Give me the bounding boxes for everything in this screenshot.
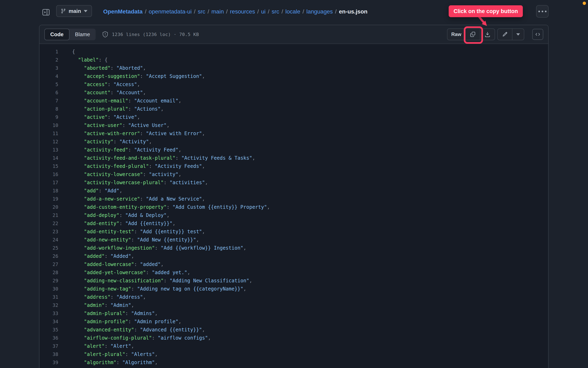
raw-button[interactable]: Raw (447, 29, 465, 40)
line-number[interactable]: 21 (39, 211, 58, 219)
line-number[interactable]: 19 (39, 195, 58, 203)
line-number[interactable]: 13 (39, 146, 58, 154)
line-number[interactable]: 32 (39, 301, 58, 309)
breadcrumb-path-link-4[interactable]: ui (261, 8, 266, 15)
line-number[interactable]: 16 (39, 170, 58, 178)
line-number[interactable]: 7 (39, 97, 58, 105)
line-number[interactable]: 31 (39, 293, 58, 301)
line-number[interactable]: 4 (39, 72, 58, 80)
line-number[interactable]: 34 (39, 318, 58, 326)
line-number[interactable]: 12 (39, 138, 58, 146)
line-number[interactable]: 10 (39, 121, 58, 129)
breadcrumb-path-link-1[interactable]: src (198, 8, 205, 15)
line-number[interactable]: 40 (39, 367, 58, 368)
line-number[interactable]: 14 (39, 154, 58, 162)
line-number[interactable]: 9 (39, 113, 58, 121)
line-number[interactable]: 38 (39, 350, 58, 359)
code-text: "admin-profile": "Admin profile", (72, 318, 181, 326)
code-text: "action-plural": "Actions", (72, 105, 164, 113)
edit-file-button[interactable] (498, 29, 512, 40)
line-number[interactable]: 24 (39, 236, 58, 244)
file-view-panel: Code Blame 1236 lines (1236 loc) · 70.5 … (39, 25, 549, 368)
tab-code[interactable]: Code (44, 29, 70, 40)
line-number[interactable]: 18 (39, 187, 58, 195)
line-number[interactable]: 15 (39, 162, 58, 170)
line-number[interactable]: 1 (39, 48, 58, 56)
copy-raw-content-button[interactable] (466, 29, 480, 40)
line-number[interactable]: 28 (39, 268, 58, 277)
code-line: 9 "active": "Active", (39, 113, 548, 121)
symbols-panel-button[interactable] (532, 29, 543, 40)
code-text: "added-lowercase": "added", (72, 260, 164, 268)
line-number[interactable]: 11 (39, 129, 58, 138)
line-number[interactable]: 8 (39, 105, 58, 113)
code-text: "add-a-new-service": "Add a New Service"… (72, 195, 205, 203)
breadcrumb: OpenMetadata/openmetadata-ui/src/main/re… (103, 0, 367, 23)
code-text: "add-workflow-ingestion": "Add {{workflo… (72, 244, 246, 252)
code-line: 4 "accept-suggestion": "Accept Suggestio… (39, 72, 548, 80)
code-line: 16 "activity-lowercase": "activity", (39, 170, 548, 178)
shield-icon (102, 31, 109, 38)
code-text: "active-user": "Active User", (72, 121, 169, 129)
line-number[interactable]: 39 (39, 359, 58, 367)
breadcrumb-path-link-3[interactable]: resources (230, 8, 255, 15)
file-actions: Raw (447, 28, 543, 40)
line-number[interactable]: 27 (39, 260, 58, 268)
line-number[interactable]: 20 (39, 203, 58, 211)
line-number[interactable]: 26 (39, 252, 58, 260)
code-line: 10 "active-user": "Active User", (39, 121, 548, 129)
more-options-button[interactable] (536, 5, 549, 18)
line-number[interactable]: 37 (39, 342, 58, 350)
expand-file-tree-button[interactable] (42, 8, 51, 17)
edit-options-dropdown-button[interactable] (512, 29, 524, 40)
code-line: 11 "active-with-error": "Active with Err… (39, 129, 548, 138)
download-raw-file-button[interactable] (480, 29, 495, 40)
code-text: "admin": "Admin", (72, 301, 134, 309)
breadcrumb-separator: / (194, 8, 196, 15)
code-line: 22 "add-entity": "Add {{entity}}", (39, 219, 548, 228)
edit-group (497, 28, 524, 40)
line-number[interactable]: 36 (39, 334, 58, 342)
line-number[interactable]: 33 (39, 309, 58, 318)
line-number[interactable]: 3 (39, 64, 58, 72)
line-number[interactable]: 29 (39, 277, 58, 285)
breadcrumb-separator: / (303, 8, 304, 15)
line-number[interactable]: 23 (39, 228, 58, 236)
breadcrumb-path-link-0[interactable]: openmetadata-ui (149, 8, 192, 15)
code-line: 26 "added": "Added", (39, 252, 548, 260)
code-text: "account": "Account", (72, 89, 146, 97)
line-number[interactable]: 5 (39, 80, 58, 89)
breadcrumb-path-link-5[interactable]: src (272, 8, 279, 15)
breadcrumb-repo-link[interactable]: OpenMetadata (103, 8, 143, 15)
line-number[interactable]: 22 (39, 219, 58, 228)
code-text: "address": "Address", (72, 293, 146, 301)
code-text: "add-entity-test": "Add {{entity}} test"… (72, 228, 205, 236)
breadcrumb-path-link-7[interactable]: languages (306, 8, 333, 15)
line-number[interactable]: 2 (39, 56, 58, 64)
code-line: 13 "activity-feed": "Activity Feed", (39, 146, 548, 154)
line-number[interactable]: 25 (39, 244, 58, 252)
code-text: "accept-suggestion": "Accept Suggestion"… (72, 72, 205, 80)
line-number[interactable]: 30 (39, 285, 58, 293)
line-number[interactable]: 35 (39, 326, 58, 334)
recording-indicator-dot (583, 2, 586, 5)
code-text: "advanced-entity": "Advanced {{entity}}"… (72, 326, 205, 334)
tab-blame[interactable]: Blame (70, 29, 96, 40)
line-number[interactable]: 6 (39, 89, 58, 97)
branch-selector-button[interactable]: main (56, 5, 92, 17)
code-text: "activity-lowercase-plural": "activities… (72, 178, 208, 187)
line-number[interactable]: 17 (39, 178, 58, 187)
git-branch-icon (61, 8, 66, 14)
code-line: 3 "aborted": "Aborted", (39, 64, 548, 72)
breadcrumb-path-link-2[interactable]: main (212, 8, 224, 15)
code-line: 35 "advanced-entity": "Advanced {{entity… (39, 326, 548, 334)
code-text: "activity-feed-and-task-plural": "Activi… (72, 154, 255, 162)
code-text: "added-yet-lowercase": "added yet.", (72, 268, 190, 277)
code-text: { (72, 48, 75, 56)
breadcrumb-path-link-6[interactable]: locale (285, 8, 300, 15)
ellipsis-icon (538, 11, 540, 12)
code-text: "activity": "Activity", (72, 138, 152, 146)
code-line: 33 "admin-plural": "Admins", (39, 309, 548, 318)
download-icon (484, 31, 491, 38)
code-text: "added": "Added", (72, 252, 134, 260)
